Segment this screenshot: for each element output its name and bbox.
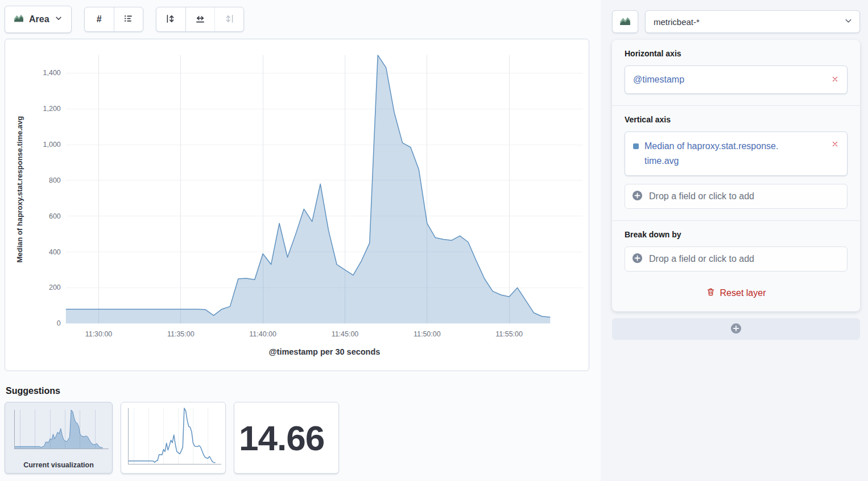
series-color-swatch — [633, 143, 639, 149]
trash-icon — [706, 287, 715, 299]
break-down-drop-target[interactable]: Drop a field or click to add — [625, 246, 848, 272]
chart-type-button[interactable]: Area — [5, 6, 72, 33]
add-layer-button[interactable] — [612, 318, 860, 340]
area-chart-icon — [14, 13, 24, 26]
suggestion-metric[interactable]: 14.66 — [234, 402, 339, 474]
vertical-axis-dimension[interactable]: Median of haproxy.stat.response. time.av… — [625, 131, 848, 176]
svg-text:11:50:00: 11:50:00 — [414, 330, 441, 338]
svg-text:1,400: 1,400 — [43, 69, 61, 77]
svg-text:Median of haproxy.stat.respons: Median of haproxy.stat.response.time.avg — [15, 116, 24, 262]
x-icon — [831, 75, 839, 85]
svg-text:11:30:00: 11:30:00 — [85, 330, 113, 338]
svg-text:11:40:00: 11:40:00 — [249, 330, 276, 338]
layer-panel: Horizontal axis @timestamp Vertical axis… — [612, 40, 860, 311]
current-visualization-label: Current visualization — [5, 461, 112, 469]
svg-text:11:45:00: 11:45:00 — [332, 330, 359, 338]
remove-dimension-button[interactable] — [830, 74, 840, 86]
x-icon — [831, 140, 839, 150]
plus-circle-icon — [632, 253, 643, 266]
left-axis-icon — [166, 14, 176, 26]
suggestions-heading: Suggestions — [6, 386, 595, 396]
drop-placeholder-text: Drop a field or click to add — [649, 191, 754, 202]
svg-text:800: 800 — [49, 176, 61, 184]
svg-text:11:35:00: 11:35:00 — [167, 330, 195, 338]
svg-text:11:55:00: 11:55:00 — [495, 330, 523, 338]
value-options-group: # — [84, 7, 143, 32]
vertical-axis-drop-target[interactable]: Drop a field or click to add — [625, 184, 848, 209]
chevron-down-icon — [55, 14, 63, 24]
chevron-down-icon — [844, 17, 853, 27]
suggestion-area-thumbnail — [6, 405, 113, 458]
config-sidebar: metricbeat-* Horizontal axis @timestamp … — [601, 0, 868, 481]
svg-text:600: 600 — [49, 212, 61, 220]
right-axis-button[interactable] — [214, 7, 243, 31]
hash-icon: # — [97, 14, 102, 24]
svg-text:0: 0 — [57, 319, 61, 327]
dimension-field-label: @timestamp — [633, 72, 824, 87]
reset-layer-button[interactable]: Reset layer — [625, 284, 848, 300]
dimension-field-label: Median of haproxy.stat.response. time.av… — [644, 139, 824, 168]
horizontal-axis-section: Horizontal axis @timestamp — [612, 40, 860, 105]
break-down-title: Break down by — [625, 230, 848, 239]
svg-text:1,000: 1,000 — [43, 141, 61, 149]
reset-layer-label: Reset layer — [720, 288, 766, 298]
vertical-axis-title: Vertical axis — [625, 115, 848, 124]
left-axis-button[interactable] — [156, 7, 185, 31]
chart-type-label: Area — [29, 14, 49, 24]
axis-settings-group — [156, 7, 244, 32]
index-pattern-value: metricbeat-* — [654, 17, 700, 27]
svg-text:400: 400 — [49, 248, 61, 256]
suggestion-line-chart[interactable] — [121, 402, 226, 474]
bottom-axis-button[interactable] — [185, 7, 214, 31]
remove-dimension-button[interactable] — [830, 139, 840, 151]
suggestion-current-visualization[interactable]: Current visualization — [5, 402, 113, 474]
break-down-section: Break down by Drop a field or click to a… — [612, 220, 860, 311]
svg-text:1,200: 1,200 — [43, 105, 61, 113]
vertical-axis-section: Vertical axis Median of haproxy.stat.res… — [612, 105, 860, 220]
suggestions-row: Current visualization 14.66 — [5, 402, 595, 474]
metric-value: 14.66 — [239, 418, 324, 458]
index-pattern-select[interactable]: metricbeat-* — [645, 10, 860, 33]
legend-values-button[interactable] — [114, 7, 143, 31]
horizontal-axis-dimension[interactable]: @timestamp — [625, 65, 848, 94]
plus-circle-icon — [730, 323, 742, 336]
svg-text:@timestamp per 30 seconds: @timestamp per 30 seconds — [269, 347, 381, 356]
sidebar-top-row: metricbeat-* — [612, 10, 860, 33]
horizontal-axis-title: Horizontal axis — [625, 49, 848, 58]
list-icon — [123, 14, 133, 25]
area-chart: 02004006008001,0001,2001,40011:30:0011:3… — [5, 39, 589, 371]
plus-circle-icon — [632, 190, 643, 203]
visualization-panel: 02004006008001,0001,2001,40011:30:0011:3… — [5, 39, 589, 371]
workspace-column: Area # — [0, 0, 601, 481]
chart-switch-button[interactable] — [612, 10, 638, 33]
value-labels-button[interactable]: # — [85, 7, 114, 31]
bottom-axis-icon — [195, 14, 205, 26]
drop-placeholder-text: Drop a field or click to add — [649, 254, 754, 264]
suggestion-line-thumbnail — [121, 402, 225, 473]
svg-text:200: 200 — [49, 283, 61, 291]
workspace-toolbar: Area # — [5, 5, 595, 34]
right-axis-icon — [224, 14, 234, 26]
area-chart-icon — [619, 15, 631, 28]
